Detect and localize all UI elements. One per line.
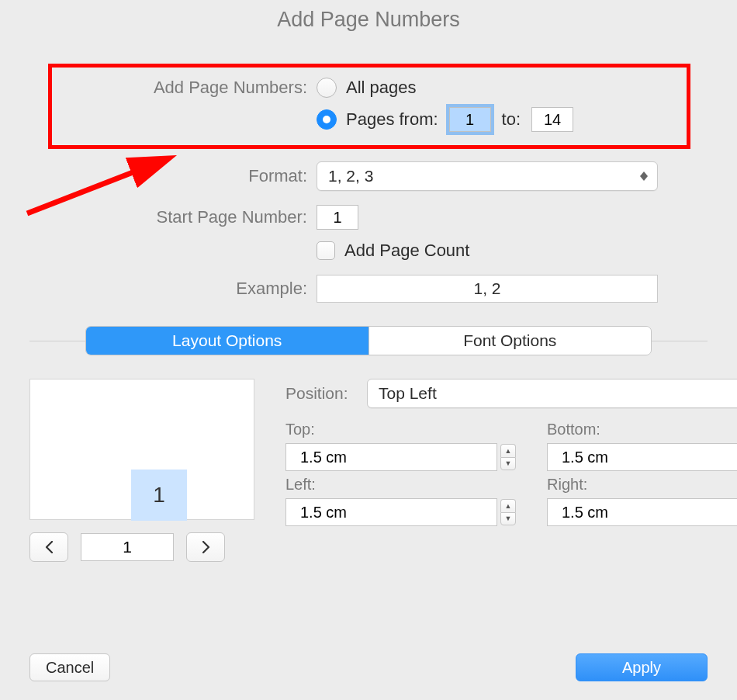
chevron-right-icon: [202, 541, 210, 553]
dialog-title: Add Page Numbers: [0, 0, 737, 32]
margin-top-stepper[interactable]: ▲ ▼: [500, 444, 516, 470]
cancel-button[interactable]: Cancel: [29, 653, 110, 681]
margin-top-label: Top:: [285, 421, 516, 438]
margin-left-stepper[interactable]: ▲ ▼: [500, 499, 516, 525]
margin-left-input[interactable]: [285, 498, 497, 526]
add-page-count-checkbox[interactable]: [317, 241, 335, 260]
position-select[interactable]: Top Left: [367, 379, 737, 408]
page-preview: 1: [29, 379, 254, 520]
updown-chevron-icon: [638, 172, 649, 181]
position-label: Position:: [285, 384, 367, 403]
add-page-numbers-label: Add Page Numbers:: [0, 78, 317, 98]
margin-bottom-input[interactable]: [547, 443, 737, 471]
preview-page-number: 1: [131, 470, 187, 521]
stepper-up-icon[interactable]: ▲: [500, 444, 516, 457]
apply-button[interactable]: Apply: [576, 653, 708, 681]
radio-all-pages[interactable]: [317, 78, 337, 98]
format-label: Format:: [0, 166, 317, 186]
tab-layout-options[interactable]: Layout Options: [86, 327, 368, 355]
stepper-down-icon[interactable]: ▼: [500, 457, 516, 470]
margin-left-label: Left:: [285, 476, 516, 494]
tab-font-options[interactable]: Font Options: [369, 327, 652, 355]
stepper-down-icon[interactable]: ▼: [500, 512, 516, 525]
pages-to-input[interactable]: [531, 107, 573, 132]
example-value: 1, 2: [317, 275, 658, 303]
options-tabs: Layout Options Font Options: [85, 326, 652, 355]
example-label: Example:: [0, 279, 317, 299]
start-page-label: Start Page Number:: [0, 207, 317, 227]
margin-top-input[interactable]: [285, 443, 497, 471]
stepper-up-icon[interactable]: ▲: [500, 499, 516, 512]
format-select[interactable]: 1, 2, 3: [317, 161, 658, 191]
margin-right-label: Right:: [547, 476, 737, 494]
position-select-value: Top Left: [379, 384, 437, 403]
pages-to-label: to:: [502, 109, 521, 130]
preview-next-button[interactable]: [186, 532, 225, 562]
pages-from-input[interactable]: [449, 107, 491, 132]
preview-prev-button[interactable]: [29, 532, 68, 562]
margin-right-input[interactable]: [547, 498, 737, 526]
add-page-count-label: Add Page Count: [344, 241, 469, 261]
radio-pages-range-label: Pages from:: [346, 109, 438, 130]
preview-page-input[interactable]: [81, 533, 174, 561]
radio-pages-range[interactable]: [317, 109, 337, 130]
margin-bottom-label: Bottom:: [547, 421, 737, 438]
chevron-left-icon: [45, 541, 54, 553]
start-page-input[interactable]: [317, 205, 358, 230]
radio-all-pages-label: All pages: [346, 78, 417, 98]
format-select-value: 1, 2, 3: [328, 167, 373, 185]
